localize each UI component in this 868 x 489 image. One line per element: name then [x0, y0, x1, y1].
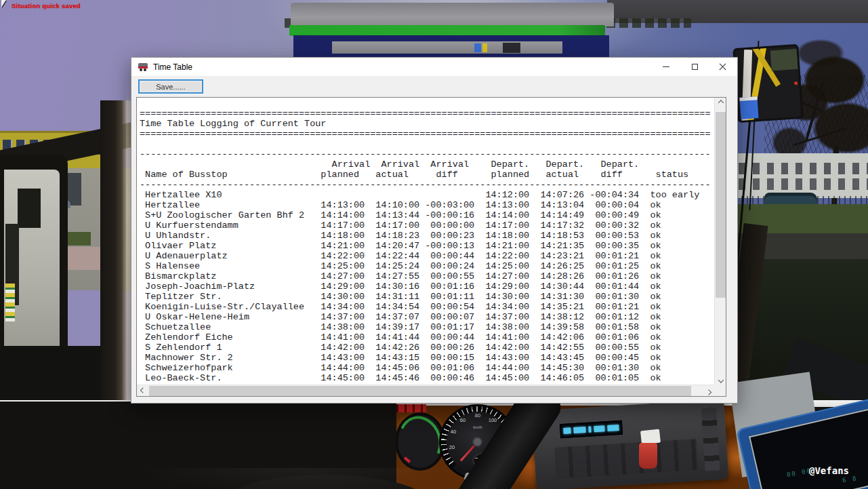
quicksave-toast: Situation quick saved	[12, 2, 81, 9]
horizontal-scrollbar[interactable]	[137, 385, 714, 396]
left-window-frame	[0, 346, 102, 408]
radio-buttons[interactable]	[554, 439, 698, 479]
scroll-up-button[interactable]	[715, 98, 726, 109]
radio-unit	[532, 399, 729, 489]
speedometer-label: 80	[475, 412, 480, 418]
mouse-cursor	[1, 0, 6, 7]
horizontal-scrollbar-thumb[interactable]	[149, 386, 691, 396]
white-building-windows	[739, 178, 868, 190]
log-text[interactable]: ========================================…	[140, 109, 713, 393]
warning-light-cluster	[396, 404, 426, 412]
speedometer-hub	[472, 437, 482, 447]
mirror-reflection-light	[794, 81, 798, 85]
scroll-left-button[interactable]	[137, 385, 148, 397]
left-mirror-sticker	[5, 283, 15, 321]
bus-ahead-detail	[474, 43, 481, 52]
app-icon	[138, 62, 148, 71]
window-title: Time Table	[153, 62, 192, 72]
white-card	[640, 429, 661, 445]
left-mirror-reflection	[18, 189, 41, 228]
chevron-right-icon	[705, 389, 711, 395]
window-titlebar[interactable]: Time Table	[131, 58, 737, 76]
scroll-down-button[interactable]	[715, 373, 726, 385]
save-button[interactable]: Save......	[138, 79, 203, 94]
bus-ahead-window-band	[332, 41, 562, 54]
bus-ahead-detail	[482, 43, 487, 52]
timetable-log-panel[interactable]: ========================================…	[136, 97, 726, 397]
white-building-windows	[739, 163, 868, 174]
bus-ahead-detail	[503, 43, 520, 53]
speedometer-label: 60	[460, 417, 466, 423]
mirror-reflection	[770, 49, 799, 71]
chevron-up-icon	[718, 100, 723, 105]
speedometer-label: 40	[451, 429, 456, 435]
interior-mirror	[732, 44, 803, 123]
radio-side-buttons[interactable]	[701, 408, 720, 471]
time-table-window: Time Table Save...... ==================…	[131, 57, 738, 404]
maximize-button[interactable]	[680, 58, 709, 76]
vertical-scrollbar-thumb[interactable]	[716, 112, 726, 298]
red-lever[interactable]	[639, 443, 657, 469]
speedometer-label: 100	[489, 417, 497, 423]
chevron-down-icon	[718, 377, 723, 383]
wheel-highlight	[136, 468, 461, 489]
speedometer-unit: km/h	[473, 425, 482, 429]
radio-lcd	[560, 420, 623, 439]
scroll-right-button[interactable]	[703, 385, 714, 397]
bus-ahead-green-stripe	[289, 25, 605, 36]
bus-ahead-roof	[291, 3, 614, 26]
vertical-scrollbar[interactable]	[714, 98, 726, 385]
mirror-reflection-seat	[739, 96, 758, 119]
minimize-button[interactable]	[652, 58, 680, 76]
white-building	[736, 153, 868, 198]
speedometer-label: 20	[449, 444, 455, 450]
close-button[interactable]	[709, 58, 737, 76]
game-screen: 20 40 60 80 100 120 140 160 km/h 00 007 …	[0, 0, 868, 489]
scrollbar-corner	[714, 385, 726, 396]
chevron-left-icon	[140, 387, 145, 393]
watermark: @Vefans	[809, 465, 849, 476]
